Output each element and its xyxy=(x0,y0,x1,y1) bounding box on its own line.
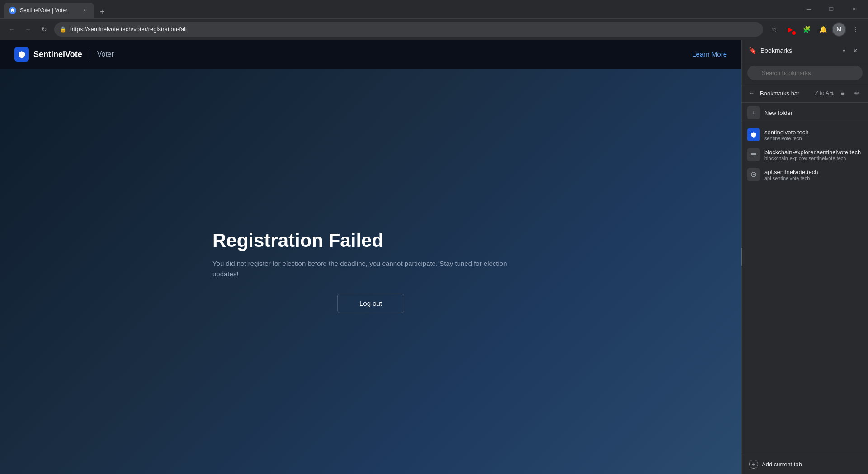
url-bar[interactable]: 🔒 https://sentinelvote.tech/voter/regist… xyxy=(54,22,763,37)
error-title: Registration Failed xyxy=(212,230,529,251)
bookmark-item-2[interactable]: api.sentinelvote.tech api.sentinelvote.t… xyxy=(742,165,868,185)
add-tab-icon: + xyxy=(749,460,758,469)
bookmark-url-1: blockchain-explorer.sentinelvote.tech xyxy=(764,156,863,161)
learn-more-link[interactable]: Learn More xyxy=(692,50,727,58)
error-description: You did not register for election before… xyxy=(212,259,529,279)
bookmarks-nav: ← Bookmarks bar Z to A ⇅ ≡ ✏ xyxy=(742,84,868,103)
site-header: SentinelVote Voter Learn More xyxy=(0,40,741,69)
tab-title: SentinelVote | Voter xyxy=(20,7,77,14)
bookmark-name-1: blockchain-explorer.sentinelvote.tech xyxy=(764,149,863,156)
address-bar: ← → ↻ 🔒 https://sentinelvote.tech/voter/… xyxy=(0,18,868,40)
new-folder-label: New folder xyxy=(764,109,793,116)
youtube-badge xyxy=(792,31,796,35)
header-divider xyxy=(90,49,90,60)
site-name: SentinelVote xyxy=(33,50,82,59)
new-folder-icon: + xyxy=(747,106,760,119)
notifications-icon[interactable]: 🔔 xyxy=(816,22,830,37)
bookmark-name-0: sentinelvote.tech xyxy=(764,129,863,136)
site-section: Voter xyxy=(97,50,114,58)
bookmark-favicon-2 xyxy=(747,168,760,181)
svg-point-4 xyxy=(753,174,755,175)
bookmark-favicon-0 xyxy=(747,128,760,141)
bookmark-item-1[interactable]: blockchain-explorer.sentinelvote.tech bl… xyxy=(742,145,868,165)
bookmark-item-0[interactable]: sentinelvote.tech sentinelvote.tech xyxy=(742,125,868,145)
minimize-button[interactable]: — xyxy=(798,0,819,18)
logout-button[interactable]: Log out xyxy=(337,294,404,313)
tab-favicon xyxy=(9,7,16,14)
refresh-button[interactable]: ↻ xyxy=(38,23,51,36)
url-text: https://sentinelvote.tech/voter/registra… xyxy=(70,26,758,33)
add-current-tab-row[interactable]: + Add current tab xyxy=(742,454,868,474)
edit-button[interactable]: ✏ xyxy=(852,88,863,99)
sort-arrows-icon: ⇅ xyxy=(830,91,834,96)
panel-title: Bookmarks xyxy=(760,47,838,54)
menu-icon[interactable]: ⋮ xyxy=(848,22,863,37)
active-tab[interactable]: SentinelVote | Voter × xyxy=(4,3,94,18)
bookmark-url-2: api.sentinelvote.tech xyxy=(764,175,863,181)
tab-close-button[interactable]: × xyxy=(80,6,89,14)
extensions-icon[interactable]: 🧩 xyxy=(799,22,814,37)
sort-button[interactable]: Z to A ⇅ xyxy=(815,90,834,96)
add-current-tab-label: Add current tab xyxy=(762,461,802,468)
bookmarks-back-button[interactable]: ← xyxy=(747,89,756,98)
list-view-button[interactable]: ≡ xyxy=(837,88,848,99)
search-bar: 🔍 xyxy=(742,62,868,84)
drag-handle-line xyxy=(741,248,742,266)
site-nav-right: Learn More xyxy=(692,50,727,58)
bookmark-info-1: blockchain-explorer.sentinelvote.tech bl… xyxy=(764,149,863,161)
search-input[interactable] xyxy=(747,66,863,80)
bookmark-star-icon[interactable]: ☆ xyxy=(767,22,781,37)
panel-dropdown-arrow-icon[interactable]: ▼ xyxy=(842,48,846,53)
bookmark-name-2: api.sentinelvote.tech xyxy=(764,169,863,175)
panel-resize-handle[interactable] xyxy=(741,40,743,474)
bookmarks-icon: 🔖 xyxy=(749,47,757,54)
close-button[interactable]: ✕ xyxy=(844,0,864,18)
window-controls: — ❐ ✕ xyxy=(798,0,864,18)
title-bar: SentinelVote | Voter × + — ❐ ✕ xyxy=(0,0,868,18)
browser-frame: SentinelVote | Voter × + — ❐ ✕ ← → ↻ 🔒 h… xyxy=(0,0,868,474)
logo-icon xyxy=(14,47,29,62)
svg-rect-1 xyxy=(751,154,756,155)
site-main: Registration Failed You did not register… xyxy=(0,69,741,474)
bookmarks-location: Bookmarks bar xyxy=(760,90,811,97)
svg-rect-0 xyxy=(751,153,756,154)
site-logo: SentinelVote xyxy=(14,47,82,62)
error-content: Registration Failed You did not register… xyxy=(212,230,529,313)
toolbar-icons: ☆ ▶ 🧩 🔔 M ⋮ xyxy=(767,22,863,37)
bookmark-info-2: api.sentinelvote.tech api.sentinelvote.t… xyxy=(764,169,863,181)
bookmark-list: sentinelvote.tech sentinelvote.tech bloc… xyxy=(742,123,868,454)
sort-label: Z to A xyxy=(815,90,829,96)
new-tab-button[interactable]: + xyxy=(96,5,108,18)
svg-rect-2 xyxy=(751,156,755,156)
bookmark-favicon-1 xyxy=(747,148,760,161)
new-folder-row[interactable]: + New folder xyxy=(742,103,868,123)
profile-icon[interactable]: M xyxy=(832,22,846,37)
profile-avatar: M xyxy=(833,23,845,36)
panel-close-button[interactable]: ✕ xyxy=(850,45,861,56)
content-area: SentinelVote Voter Learn More Registrati… xyxy=(0,40,868,474)
bookmarks-panel: 🔖 Bookmarks ▼ ✕ 🔍 ← Bookmarks bar Z to A… xyxy=(741,40,868,474)
website: SentinelVote Voter Learn More Registrati… xyxy=(0,40,741,474)
bookmark-info-0: sentinelvote.tech sentinelvote.tech xyxy=(764,129,863,141)
forward-button[interactable]: → xyxy=(22,23,34,36)
bookmark-url-0: sentinelvote.tech xyxy=(764,136,863,141)
search-wrapper: 🔍 xyxy=(747,66,863,80)
lock-icon: 🔒 xyxy=(60,26,66,33)
maximize-button[interactable]: ❐ xyxy=(821,0,842,18)
panel-header: 🔖 Bookmarks ▼ ✕ xyxy=(742,40,868,62)
back-button[interactable]: ← xyxy=(5,23,18,36)
tab-bar: SentinelVote | Voter × + xyxy=(4,0,798,18)
youtube-icon[interactable]: ▶ xyxy=(783,22,797,37)
